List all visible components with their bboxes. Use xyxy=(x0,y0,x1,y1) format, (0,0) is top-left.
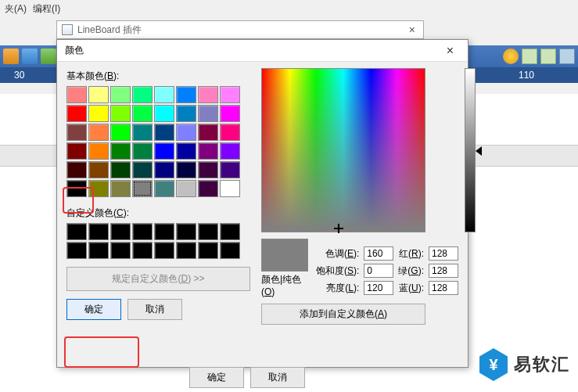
gear-icon[interactable] xyxy=(503,49,519,64)
custom-color-swatch[interactable] xyxy=(110,223,131,240)
custom-color-swatch[interactable] xyxy=(154,223,174,240)
color-swatch[interactable] xyxy=(88,86,109,103)
color-swatch[interactable] xyxy=(198,124,218,141)
color-swatch[interactable] xyxy=(66,161,87,178)
outer-ok-button[interactable]: 确定 xyxy=(189,367,244,388)
lum-input[interactable] xyxy=(364,281,393,295)
color-swatch[interactable] xyxy=(154,142,174,160)
solid-color-label: 颜色|纯色(O) xyxy=(261,273,308,297)
green-input[interactable] xyxy=(429,264,458,278)
color-swatch[interactable] xyxy=(198,142,218,160)
blue-label: 蓝(U): xyxy=(398,282,424,295)
color-swatch[interactable] xyxy=(110,142,131,160)
color-swatch[interactable] xyxy=(154,161,174,178)
color-swatch[interactable] xyxy=(154,105,174,122)
ok-button[interactable]: 确定 xyxy=(66,299,121,320)
custom-color-swatch[interactable] xyxy=(132,242,153,259)
red-input[interactable] xyxy=(429,246,458,261)
outer-button-row: 确定 取消 xyxy=(189,367,305,388)
color-swatch[interactable] xyxy=(154,124,174,141)
color-swatch[interactable] xyxy=(88,180,109,197)
ruler-tick: 30 xyxy=(14,70,24,81)
color-spectrum[interactable] xyxy=(261,68,425,232)
color-swatch[interactable] xyxy=(220,86,240,103)
color-swatch[interactable] xyxy=(176,180,196,197)
paste-icon[interactable] xyxy=(41,49,56,64)
doc2-icon[interactable] xyxy=(540,49,556,64)
color-swatch[interactable] xyxy=(66,180,87,197)
color-swatch[interactable] xyxy=(220,124,240,141)
color-swatch[interactable] xyxy=(132,161,153,178)
color-swatch[interactable] xyxy=(66,124,87,141)
custom-color-swatch[interactable] xyxy=(220,242,240,259)
color-swatch[interactable] xyxy=(66,105,87,122)
outer-cancel-button[interactable]: 取消 xyxy=(250,367,305,388)
luminance-arrow-icon[interactable] xyxy=(476,146,482,156)
luminance-slider[interactable] xyxy=(465,68,476,232)
color-swatch[interactable] xyxy=(132,124,153,141)
color-swatch[interactable] xyxy=(110,180,131,197)
custom-color-swatch[interactable] xyxy=(110,242,131,259)
color-swatch[interactable] xyxy=(88,105,109,122)
color-swatch[interactable] xyxy=(176,161,196,178)
custom-color-swatch[interactable] xyxy=(88,242,109,259)
brand-logo: ¥ 易软汇 xyxy=(479,348,570,381)
color-swatch[interactable] xyxy=(176,86,196,103)
color-swatch[interactable] xyxy=(220,180,240,197)
color-swatch[interactable] xyxy=(88,142,109,160)
custom-color-swatch[interactable] xyxy=(198,223,218,240)
edit-icon[interactable] xyxy=(559,49,575,64)
doc-icon[interactable] xyxy=(522,49,537,64)
hue-input[interactable] xyxy=(364,246,393,261)
custom-color-swatch[interactable] xyxy=(154,242,174,259)
color-swatch[interactable] xyxy=(198,105,218,122)
cut-icon[interactable] xyxy=(3,49,19,64)
color-swatch[interactable] xyxy=(220,105,240,122)
custom-color-swatch[interactable] xyxy=(220,223,240,240)
blue-input[interactable] xyxy=(429,281,458,295)
menu-item[interactable]: 编程(I) xyxy=(30,2,63,16)
custom-color-swatch[interactable] xyxy=(198,242,218,259)
custom-color-swatch[interactable] xyxy=(66,242,87,259)
menu-bar: 夹(A) 编程(I) xyxy=(0,0,63,17)
color-swatch[interactable] xyxy=(176,142,196,160)
color-swatch[interactable] xyxy=(132,86,153,103)
color-swatch[interactable] xyxy=(66,142,87,160)
color-preview xyxy=(261,239,308,272)
custom-color-swatch[interactable] xyxy=(66,223,87,240)
color-swatch[interactable] xyxy=(198,180,218,197)
custom-color-swatch[interactable] xyxy=(176,242,196,259)
close-icon[interactable]: × xyxy=(406,23,418,36)
color-swatch[interactable] xyxy=(154,180,174,197)
color-swatch[interactable] xyxy=(154,86,174,103)
hue-label: 色调(E): xyxy=(316,247,359,261)
color-swatch[interactable] xyxy=(176,105,196,122)
color-swatch[interactable] xyxy=(198,161,218,178)
color-swatch[interactable] xyxy=(110,86,131,103)
color-swatch[interactable] xyxy=(220,142,240,160)
color-swatch[interactable] xyxy=(198,86,218,103)
color-swatch[interactable] xyxy=(110,124,131,141)
plugin-window-titlebar[interactable]: LineBoard 插件 × xyxy=(56,20,424,39)
color-swatch[interactable] xyxy=(88,124,109,141)
color-swatch[interactable] xyxy=(110,161,131,178)
color-swatch[interactable] xyxy=(176,124,196,141)
color-dialog-titlebar[interactable]: 颜色 × xyxy=(57,40,468,62)
add-to-custom-button[interactable]: 添加到自定义颜色(A) xyxy=(261,304,425,325)
copy-icon[interactable] xyxy=(22,49,38,64)
color-swatch[interactable] xyxy=(88,161,109,178)
menu-item[interactable]: 夹(A) xyxy=(2,2,30,16)
custom-color-swatch[interactable] xyxy=(176,223,196,240)
color-swatch[interactable] xyxy=(110,105,131,122)
cancel-button[interactable]: 取消 xyxy=(127,299,182,320)
color-dialog: 颜色 × 基本颜色(B): 自定义颜色(C): 规定自定义颜色(D) >> 确定… xyxy=(56,39,469,368)
custom-color-swatch[interactable] xyxy=(88,223,109,240)
color-swatch[interactable] xyxy=(220,161,240,178)
color-swatch[interactable] xyxy=(132,105,153,122)
color-swatch[interactable] xyxy=(66,86,87,103)
color-swatch[interactable] xyxy=(132,142,153,160)
close-icon[interactable]: × xyxy=(440,42,460,59)
sat-input[interactable] xyxy=(364,264,393,278)
color-swatch[interactable] xyxy=(132,180,153,197)
custom-color-swatch[interactable] xyxy=(132,223,153,240)
